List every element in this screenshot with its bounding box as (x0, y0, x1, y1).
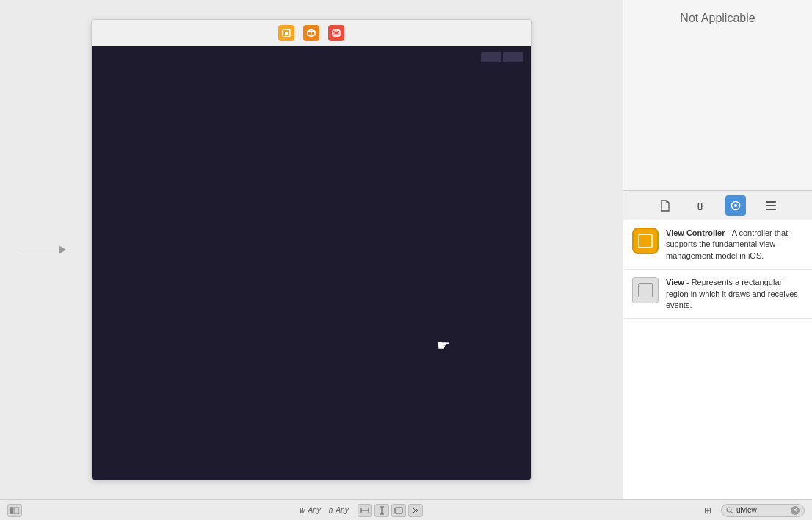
list-tab[interactable] (761, 195, 781, 216)
arrow-line (22, 250, 59, 250)
svg-rect-9 (766, 205, 776, 206)
view-desc: - Represents a rectangular region in whi… (666, 278, 798, 309)
svg-point-20 (727, 508, 731, 512)
canvas-area: ☛ (0, 0, 623, 499)
view-title: View (666, 278, 684, 286)
circle-tab[interactable] (725, 195, 746, 216)
inspector-header: Not Applicable (623, 0, 812, 191)
svg-rect-10 (766, 209, 776, 210)
w-size: Any (308, 506, 321, 514)
aspect-ratio-btn[interactable] (391, 504, 406, 517)
view-controller-item[interactable]: View Controller - A controller that supp… (623, 220, 812, 270)
svg-rect-8 (766, 201, 776, 203)
storyboard-window: ☛ (91, 19, 532, 480)
storyboard-content[interactable]: ☛ (92, 46, 531, 480)
not-applicable-label: Not Applicable (680, 12, 755, 25)
component-icon[interactable] (278, 25, 294, 41)
svg-rect-12 (14, 507, 19, 514)
mini-btn-2 (503, 52, 523, 62)
h-label: h (329, 506, 333, 514)
svg-rect-1 (285, 32, 288, 35)
width-size-btn[interactable] (358, 504, 372, 517)
arrow-head (59, 245, 66, 254)
grid-view-btn[interactable]: ⊞ (700, 504, 715, 517)
file-tab[interactable] (655, 195, 675, 216)
view-text: View - Represents a rectangular region i… (666, 277, 803, 311)
bottom-bar: wAny hAny ⊞ × (0, 499, 812, 520)
search-input[interactable] (736, 506, 788, 514)
height-size-btn[interactable] (374, 504, 389, 517)
scene-arrow (22, 245, 66, 254)
cursor-hand: ☛ (437, 336, 450, 354)
view-item[interactable]: View - Represents a rectangular region i… (623, 270, 812, 319)
search-box: × (721, 504, 805, 517)
clear-search-btn[interactable]: × (791, 506, 800, 515)
view-icon-inner (638, 283, 653, 297)
w-label: w (300, 506, 305, 514)
view-icon (632, 277, 659, 303)
braces-tab[interactable]: {} (690, 195, 711, 216)
svg-rect-11 (10, 507, 13, 514)
h-size: Any (336, 506, 348, 514)
view-controller-text: View Controller - A controller that supp… (666, 228, 803, 261)
bottom-center: wAny hAny (300, 504, 422, 517)
mini-btn-1 (481, 52, 501, 62)
bottom-right: ⊞ × (700, 504, 805, 517)
mini-controls (481, 52, 523, 62)
storyboard-titlebar (92, 20, 531, 46)
view-controller-icon-inner (638, 234, 653, 248)
search-icon (726, 507, 733, 514)
view-controller-title: View Controller (666, 228, 725, 237)
box-icon[interactable] (303, 25, 319, 41)
svg-rect-19 (395, 508, 402, 513)
svg-line-21 (731, 512, 733, 513)
controller-icon[interactable] (328, 25, 344, 41)
reset-size-btn[interactable] (408, 504, 423, 517)
view-controller-icon (632, 228, 659, 254)
bottom-left (7, 504, 22, 517)
svg-rect-5 (334, 32, 338, 35)
toggle-navigator-btn[interactable] (7, 504, 22, 517)
right-panel: Not Applicable {} (623, 0, 812, 499)
svg-point-7 (734, 204, 737, 207)
inspector-tabs: {} (623, 191, 812, 220)
inspector-list: View Controller - A controller that supp… (623, 220, 812, 499)
